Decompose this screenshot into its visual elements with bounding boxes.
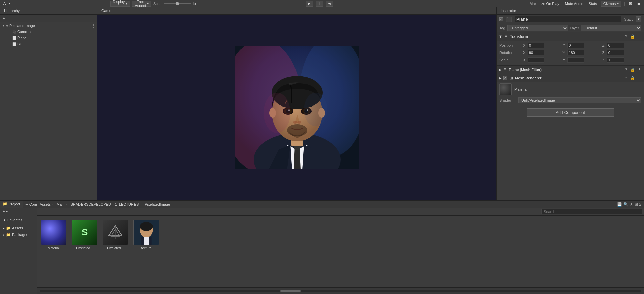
breadcrumb: Assets › _Main › _SHADERSDEVELOPED › 1_L… <box>40 202 170 206</box>
scroll-track[interactable] <box>40 290 641 292</box>
mesh-renderer-question-btn[interactable]: ? <box>623 75 629 81</box>
mesh-renderer-icons: ? 🔒 ⋮ <box>623 75 642 81</box>
layout-btn[interactable]: ☰ <box>636 1 642 6</box>
rotation-y-input[interactable] <box>567 50 584 55</box>
mesh-renderer-header[interactable]: ▶ ✓ ⊞ Mesh Renderer ? 🔒 ⋮ <box>497 74 644 82</box>
rotation-y-field: Y <box>562 50 601 55</box>
transform-lock-btn[interactable]: 🔒 <box>630 34 635 39</box>
scale-row: Scale X Y Z <box>499 57 641 63</box>
top-bar-center: ▶ ⏸ ⏭ <box>112 1 527 7</box>
rotation-z-input[interactable] <box>607 50 624 55</box>
tab-game[interactable]: Game <box>97 7 115 14</box>
mesh-renderer-more-btn[interactable]: ⋮ <box>637 75 642 81</box>
icon-count-icon: ⊞ <box>635 202 638 207</box>
hierarchy-add-btn[interactable]: + <box>1 16 6 20</box>
character-portrait-svg <box>235 46 359 169</box>
mesh-renderer-lock-btn[interactable]: 🔒 <box>630 75 635 81</box>
asset-item-texture[interactable]: texture <box>133 220 159 250</box>
tab-inspector[interactable]: Inspector <box>497 7 520 14</box>
game-view-tabs: Game <box>97 7 496 15</box>
tab-project[interactable]: 📁 Project <box>0 201 23 208</box>
object-type-icon: ◇ <box>6 24 8 28</box>
icon-count-btn[interactable]: ⊞ 2 <box>635 202 641 207</box>
bottom-add-btn[interactable]: + ▾ <box>1 209 9 214</box>
maximize-on-play-btn[interactable]: Maximize On Play <box>528 2 561 6</box>
breadcrumb-lectures[interactable]: 1_LECTURES <box>115 202 139 206</box>
breadcrumb-main[interactable]: _Main <box>55 202 65 206</box>
position-row: Position X Y Z <box>499 42 641 49</box>
folder-icon: 📁 <box>3 202 7 206</box>
asset-item-shader[interactable]: S Pixelated... <box>72 220 97 250</box>
hierarchy-more-btn[interactable]: ⋮ <box>7 16 14 20</box>
tag-dropdown[interactable]: Untagged <box>507 25 568 31</box>
save-layout-btn[interactable]: 💾 <box>617 202 622 207</box>
transform-question-btn[interactable]: ? <box>623 34 629 39</box>
rotation-label: Rotation <box>499 51 523 55</box>
position-z-input[interactable] <box>607 43 624 48</box>
scale-y-input[interactable] <box>567 57 584 63</box>
material-row: Material <box>497 82 644 97</box>
breadcrumb-assets[interactable]: Assets <box>40 202 51 206</box>
object-name-input[interactable] <box>515 16 621 22</box>
scale-z-input[interactable] <box>607 57 624 63</box>
breadcrumb-shaders[interactable]: _SHADERSDEVELOPED <box>68 202 111 206</box>
step-button[interactable]: ⏭ <box>326 1 333 7</box>
favorites-header[interactable]: ★ Favorites <box>3 217 34 223</box>
mesh-filter-lock-btn[interactable]: 🔒 <box>630 67 635 72</box>
add-component-btn[interactable]: Add Component <box>527 108 614 117</box>
position-x-input[interactable] <box>528 43 544 48</box>
bottom-scrollbar <box>37 287 644 294</box>
shader-dropdown[interactable]: Unlit/PixelatedImage <box>518 97 641 103</box>
pause-button[interactable]: ⏸ <box>316 1 323 7</box>
stats-btn[interactable]: Stats <box>587 2 598 6</box>
hierarchy-item-more-btn[interactable]: ⋮ <box>90 23 97 28</box>
layers-btn[interactable]: ⊞ <box>628 1 633 6</box>
position-y-field: Y <box>562 43 601 48</box>
scale-row-label: Scale <box>499 58 523 62</box>
shader-row: Shader Unlit/PixelatedImage <box>497 97 644 104</box>
layer-dropdown[interactable]: Default <box>581 25 641 31</box>
game-viewport[interactable] <box>97 15 496 200</box>
asset-item-material[interactable]: Material <box>41 220 66 250</box>
hierarchy-item-label: Plane <box>17 36 27 40</box>
search-input[interactable] <box>541 209 642 214</box>
hierarchy-item-bg[interactable]: ⬜ BG <box>0 41 97 47</box>
scale-x-input[interactable] <box>528 57 544 63</box>
hierarchy-item-plane[interactable]: ⬜ Plane <box>0 35 97 41</box>
packages-item[interactable]: ▸ 📁 Packages <box>0 231 37 238</box>
hierarchy-content: ▼ ◇ PixelatedImage ⋮ 🎥 Camera ⬜ Plane ⬜ <box>0 22 97 200</box>
mesh-renderer-component: ▶ ✓ ⊞ Mesh Renderer ? 🔒 ⋮ Material Shade… <box>497 74 644 104</box>
mesh-filter-icon: ⊞ <box>503 67 507 72</box>
asset-item-mesh[interactable]: Pixelated... <box>103 220 128 250</box>
assets-item[interactable]: ▸ 📁 Assets <box>0 225 37 231</box>
hierarchy-item-pixelatedimage[interactable]: ▼ ◇ PixelatedImage ⋮ <box>0 23 97 29</box>
mute-audio-btn[interactable]: Mute Audio <box>564 2 585 6</box>
search-row <box>37 208 644 216</box>
mesh-filter-question-btn[interactable]: ? <box>623 67 629 72</box>
all-dropdown[interactable]: All ▾ <box>2 1 12 6</box>
bottom-left-panel: 📁 Project ≡ Console + ▾ ★ Favorites ▸ 📁 … <box>0 201 37 294</box>
material-info: Material <box>514 87 527 91</box>
gizmos-dropdown[interactable]: Gizmos ▾ <box>601 1 621 7</box>
mesh-filter-header[interactable]: ▶ ⊞ Plane (Mesh Filter) ? 🔒 ⋮ <box>497 66 644 74</box>
tab-hierarchy[interactable]: Hierarchy <box>0 7 24 14</box>
scroll-thumb[interactable] <box>280 290 301 292</box>
rotation-x-input[interactable] <box>528 50 544 55</box>
center-panel: Game <box>97 7 496 200</box>
favorites-btn[interactable]: ★ <box>630 202 633 207</box>
play-button[interactable]: ▶ <box>306 1 313 7</box>
asset-thumb-mesh <box>103 220 128 245</box>
mesh-renderer-checkbox[interactable]: ✓ <box>503 76 507 80</box>
position-y-input[interactable] <box>567 43 584 48</box>
hierarchy-item-camera[interactable]: 🎥 Camera <box>0 29 97 35</box>
transform-more-btn[interactable]: ⋮ <box>637 34 642 39</box>
object-active-checkbox[interactable]: ✓ <box>499 17 503 21</box>
mesh-filter-more-btn[interactable]: ⋮ <box>637 67 642 72</box>
transform-header[interactable]: ▼ ⊞ Transform ? 🔒 ⋮ <box>497 32 644 41</box>
filter-btn[interactable]: 🔍 <box>623 202 628 207</box>
object-type-icon: ⬛ <box>506 17 512 22</box>
mesh-renderer-icon: ⊞ <box>509 76 513 80</box>
static-dropdown[interactable]: ▾ <box>636 16 641 22</box>
breadcrumb-pixelated[interactable]: _PixelatedImage <box>143 202 170 206</box>
inspector-panel: Inspector ✓ ⬛ Static ▾ Tag Untagged Laye… <box>496 7 644 200</box>
